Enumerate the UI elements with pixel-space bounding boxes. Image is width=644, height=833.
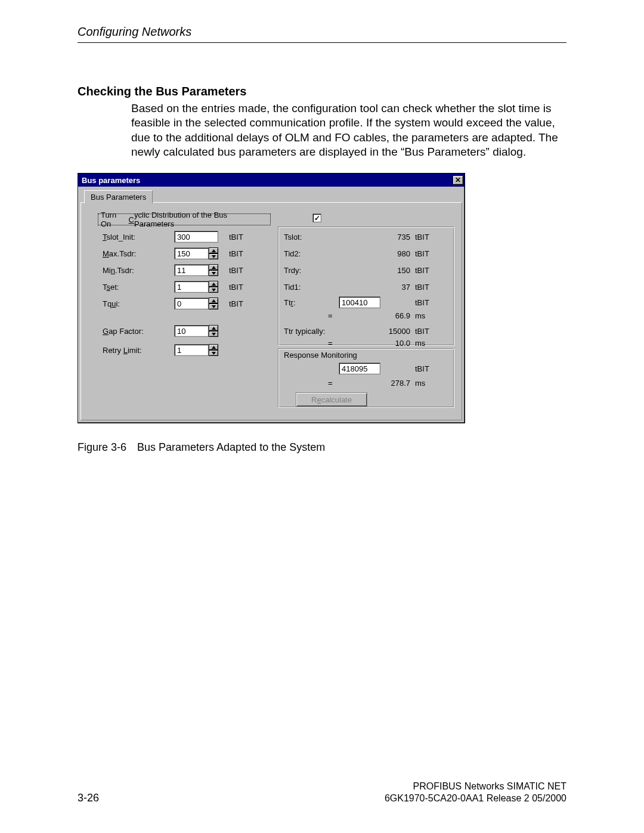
spinner-up-icon[interactable] [209, 344, 218, 350]
ttr-eq-unit: ms [415, 311, 425, 320]
tid2-label: Tid2: [284, 249, 301, 258]
tid1-label: Tid1: [284, 283, 301, 292]
spinner-down-icon[interactable] [209, 350, 218, 356]
close-icon: ✕ [455, 176, 461, 184]
gap-factor-spinner[interactable] [209, 325, 218, 337]
response-monitoring-input[interactable] [339, 363, 380, 374]
footer-right: PROFIBUS Networks SIMATIC NET 6GK1970-5C… [385, 781, 566, 804]
max-tsdr-unit: tBIT [229, 249, 243, 258]
cyclic-distribution-label: Turn On Cyclic Distribution of the Bus P… [98, 213, 271, 225]
tid2-value: 980 [379, 249, 410, 258]
svg-marker-0 [212, 249, 216, 252]
resp-eq-value: 278.7 [379, 379, 410, 388]
tqui-label: Tqui: [103, 299, 120, 308]
ttr-input[interactable] [339, 296, 380, 308]
resp-eq-label: = [328, 379, 333, 388]
spinner-up-icon[interactable] [209, 264, 218, 270]
close-button[interactable]: ✕ [453, 175, 463, 185]
tslot-init-unit: tBIT [229, 233, 243, 241]
svg-marker-8 [212, 327, 216, 330]
ttr-typ-eq-unit: ms [415, 339, 425, 348]
tab-bus-parameters[interactable]: Bus Parameters [84, 190, 153, 203]
max-tsdr-input[interactable] [174, 247, 209, 259]
svg-marker-1 [212, 255, 216, 258]
spinner-down-icon[interactable] [209, 331, 218, 337]
tid2-unit: tBIT [415, 249, 429, 258]
max-tsdr-label: Max.Tsdr: [103, 249, 136, 258]
ttr-typ-eq-value: 10.0 [379, 339, 410, 348]
spinner-up-icon[interactable] [209, 247, 218, 253]
tset-input[interactable] [174, 281, 209, 293]
spinner-down-icon[interactable] [209, 287, 218, 293]
ttr-typically-value: 15000 [379, 327, 410, 336]
resp-eq-unit: ms [415, 379, 425, 388]
gap-factor-input[interactable] [174, 325, 209, 337]
trdy-label: Trdy: [284, 266, 301, 275]
ttr-label: Ttr: [284, 298, 296, 307]
tset-spinner[interactable] [209, 281, 218, 293]
tqui-spinner[interactable] [209, 298, 218, 309]
tslot-label: Tslot: [284, 233, 302, 241]
spinner-down-icon[interactable] [209, 304, 218, 309]
tab-panel: Turn On Cyclic Distribution of the Bus P… [80, 202, 462, 420]
ttr-typically-label: Ttr typically: [284, 327, 325, 336]
svg-marker-3 [212, 272, 216, 275]
svg-marker-9 [212, 333, 216, 336]
response-monitoring-unit: tBIT [415, 364, 429, 373]
tslot-value: 735 [379, 233, 410, 241]
tqui-input[interactable] [174, 298, 209, 309]
running-header: Configuring Networks [78, 25, 566, 43]
svg-marker-6 [212, 299, 216, 302]
dialog-title: Bus parameters [82, 176, 140, 185]
tset-label: Tset: [103, 283, 119, 292]
gap-factor-label: Gap Factor: [103, 327, 144, 336]
svg-marker-7 [212, 305, 216, 308]
ttr-typ-eq-label: = [328, 339, 333, 348]
tslot-unit: tBIT [415, 233, 429, 241]
spinner-up-icon[interactable] [209, 281, 218, 287]
retry-limit-label: Retry Limit: [103, 346, 142, 355]
spinner-up-icon[interactable] [209, 298, 218, 304]
tid1-value: 37 [379, 283, 410, 292]
titlebar: Bus parameters ✕ [78, 174, 465, 187]
bus-parameters-dialog: Bus parameters ✕ Bus Parameters Turn On … [78, 173, 465, 423]
figure-caption: Figure 3-6 Bus Parameters Adapted to the… [78, 441, 325, 454]
tset-unit: tBIT [229, 283, 243, 292]
retry-limit-spinner[interactable] [209, 344, 218, 356]
spinner-down-icon[interactable] [209, 270, 218, 276]
tqui-unit: tBIT [229, 299, 243, 308]
svg-marker-10 [212, 346, 216, 349]
ttr-typically-unit: tBIT [415, 327, 429, 336]
svg-marker-11 [212, 352, 216, 355]
min-tsdr-unit: tBIT [229, 266, 243, 275]
retry-limit-input[interactable] [174, 344, 209, 356]
ttr-eq-value: 66.9 [379, 311, 410, 320]
tslot-init-input[interactable] [174, 231, 218, 243]
svg-marker-2 [212, 266, 216, 269]
spinner-up-icon[interactable] [209, 325, 218, 331]
footer-line-2: 6GK1970-5CA20-0AA1 Release 2 05/2000 [385, 792, 566, 804]
footer-line-1: PROFIBUS Networks SIMATIC NET [385, 781, 566, 792]
ttr-unit: tBIT [415, 298, 429, 307]
spinner-down-icon[interactable] [209, 253, 218, 259]
trdy-value: 150 [379, 266, 410, 275]
svg-marker-5 [212, 289, 216, 292]
cyclic-distribution-checkbox[interactable]: ✓ [312, 213, 321, 222]
min-tsdr-label: Min.Tsdr: [103, 266, 134, 275]
response-monitoring-header: Response Monitoring [284, 351, 357, 360]
recalculate-button[interactable]: Recalculate [296, 392, 367, 407]
tid1-unit: tBIT [415, 283, 429, 292]
ttr-eq-label: = [328, 311, 333, 320]
trdy-unit: tBIT [415, 266, 429, 275]
body-paragraph: Based on the entries made, the configura… [131, 101, 572, 159]
section-heading: Checking the Bus Parameters [78, 85, 246, 98]
min-tsdr-spinner[interactable] [209, 264, 218, 276]
tslot-init-label: Tslot_Init: [103, 233, 135, 241]
dialog-body: Bus Parameters Turn On Cyclic Distributi… [78, 187, 465, 423]
page-number: 3-26 [78, 792, 99, 804]
max-tsdr-spinner[interactable] [209, 247, 218, 259]
svg-marker-4 [212, 283, 216, 286]
min-tsdr-input[interactable] [174, 264, 209, 276]
